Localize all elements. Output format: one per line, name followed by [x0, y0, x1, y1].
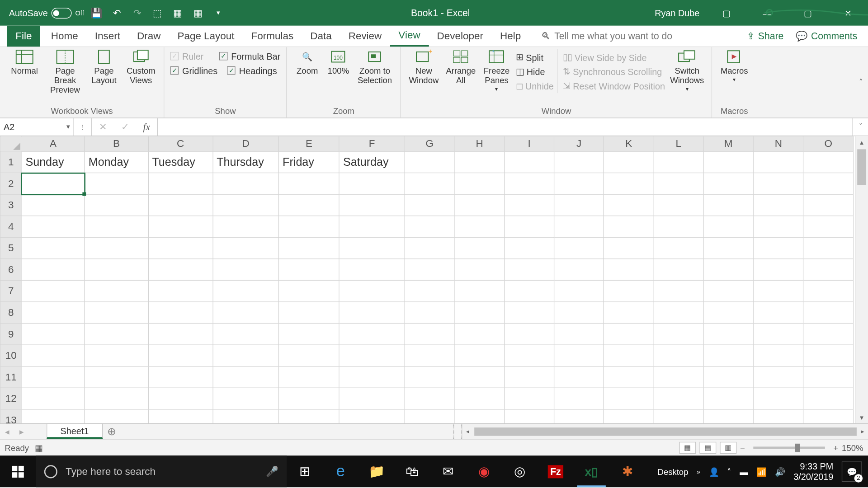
custom-views-button[interactable]: Custom Views — [124, 49, 158, 85]
cell[interactable] — [339, 280, 405, 302]
tab-developer[interactable]: Developer — [429, 26, 491, 47]
cell[interactable] — [148, 173, 213, 195]
cell[interactable] — [213, 324, 279, 345]
cell[interactable] — [604, 388, 654, 409]
accept-formula-icon[interactable]: ✓ — [121, 121, 129, 132]
cell[interactable] — [213, 302, 279, 324]
save-icon[interactable]: 💾 — [89, 5, 104, 20]
cell[interactable] — [213, 259, 279, 281]
cell[interactable] — [148, 324, 213, 345]
scroll-thumb[interactable] — [857, 149, 866, 185]
cell[interactable] — [703, 151, 754, 173]
battery-icon[interactable]: ▬ — [740, 467, 748, 476]
cancel-formula-icon[interactable]: ✕ — [99, 121, 107, 132]
cell[interactable] — [279, 237, 340, 259]
cell[interactable]: Thursday — [213, 151, 279, 173]
cell[interactable] — [604, 194, 654, 216]
cell[interactable] — [604, 409, 654, 423]
cell[interactable] — [505, 216, 554, 238]
zoom-level[interactable]: 150% — [842, 443, 863, 452]
cell[interactable] — [339, 173, 405, 195]
cell[interactable] — [279, 194, 340, 216]
name-box[interactable]: A2 ▼ — [0, 118, 74, 136]
cell[interactable] — [604, 151, 654, 173]
zoom-slider-knob[interactable] — [795, 443, 800, 451]
taskbar-app-explorer[interactable]: 📁 — [359, 455, 394, 487]
taskbar-app-browser[interactable]: ◉ — [466, 455, 502, 487]
cell[interactable] — [455, 366, 505, 388]
cell[interactable] — [505, 259, 554, 281]
cell[interactable] — [339, 409, 405, 423]
cell[interactable] — [654, 409, 703, 423]
sheet-nav-next-icon[interactable]: ▸ — [14, 424, 29, 439]
cell[interactable] — [148, 302, 213, 324]
tab-home[interactable]: Home — [42, 26, 86, 47]
maximize-icon[interactable]: ▢ — [790, 0, 825, 26]
cell[interactable] — [405, 409, 455, 423]
cell[interactable] — [339, 345, 405, 366]
scroll-down-icon[interactable]: ▼ — [855, 411, 868, 423]
split-button[interactable]: ⊞Split — [516, 50, 554, 65]
cell[interactable] — [505, 151, 554, 173]
cell[interactable] — [803, 259, 854, 281]
cell[interactable] — [803, 173, 854, 195]
cell[interactable] — [505, 409, 554, 423]
cell[interactable] — [604, 345, 654, 366]
cell[interactable] — [213, 237, 279, 259]
cell[interactable] — [654, 237, 703, 259]
cell[interactable] — [654, 173, 703, 195]
cell[interactable] — [654, 345, 703, 366]
quick-access-item-icon[interactable]: ▦ — [190, 5, 206, 20]
cell[interactable] — [505, 280, 554, 302]
cell[interactable] — [405, 388, 455, 409]
hide-button[interactable]: ◫Hide — [516, 65, 554, 79]
cell[interactable]: Saturday — [339, 151, 405, 173]
cell[interactable] — [85, 173, 148, 195]
taskbar-app-filezilla[interactable]: Fz — [538, 455, 573, 487]
cell[interactable] — [339, 237, 405, 259]
cell[interactable] — [148, 409, 213, 423]
select-all-corner[interactable] — [0, 136, 22, 151]
cell[interactable] — [455, 302, 505, 324]
cell[interactable] — [703, 324, 754, 345]
cell[interactable] — [22, 366, 85, 388]
cell[interactable] — [554, 194, 604, 216]
taskbar-app-store[interactable]: 🛍 — [394, 455, 430, 487]
cell[interactable] — [22, 216, 85, 238]
cell[interactable] — [279, 216, 340, 238]
cell[interactable] — [455, 259, 505, 281]
column-header[interactable]: D — [213, 136, 279, 151]
user-name[interactable]: Ryan Dube — [655, 8, 699, 18]
sheet-tab-sheet1[interactable]: Sheet1 — [47, 423, 103, 439]
column-header[interactable]: G — [405, 136, 455, 151]
cell[interactable] — [803, 216, 854, 238]
action-center-icon[interactable]: 💬 2 — [842, 461, 862, 482]
zoom-out-button[interactable]: − — [740, 443, 745, 452]
cell[interactable] — [279, 302, 340, 324]
row-header[interactable]: 10 — [0, 345, 22, 366]
cell[interactable] — [339, 388, 405, 409]
cell[interactable] — [148, 216, 213, 238]
cell[interactable] — [339, 194, 405, 216]
zoom-in-button[interactable]: + — [833, 443, 838, 452]
cell[interactable] — [279, 173, 340, 195]
column-header[interactable]: L — [654, 136, 703, 151]
cell[interactable] — [803, 345, 854, 366]
scroll-up-icon[interactable]: ▲ — [855, 136, 868, 148]
name-box-resize-icon[interactable]: ⋮ — [74, 118, 92, 136]
cell[interactable] — [654, 216, 703, 238]
column-header[interactable]: I — [505, 136, 554, 151]
tab-help[interactable]: Help — [492, 26, 529, 47]
vertical-scrollbar[interactable]: ▲ ▼ — [855, 136, 868, 423]
taskbar-app-excel[interactable]: x▯ — [574, 455, 609, 487]
cell[interactable] — [505, 366, 554, 388]
cell[interactable] — [22, 345, 85, 366]
cell[interactable] — [703, 345, 754, 366]
cell[interactable] — [654, 302, 703, 324]
cell[interactable] — [213, 216, 279, 238]
taskbar-search[interactable]: Type here to search 🎤 — [36, 455, 287, 487]
cell[interactable] — [604, 216, 654, 238]
cell[interactable] — [803, 194, 854, 216]
tab-scroll-splitter[interactable] — [453, 424, 462, 439]
cell[interactable] — [455, 194, 505, 216]
